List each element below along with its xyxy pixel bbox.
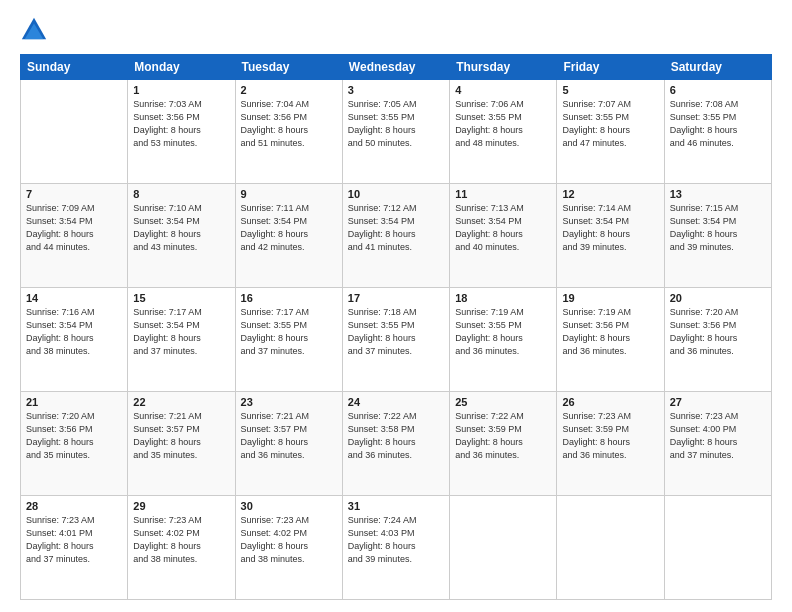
day-number: 16 xyxy=(241,292,337,304)
day-info: Sunrise: 7:23 AM Sunset: 4:01 PM Dayligh… xyxy=(26,514,122,566)
day-number: 29 xyxy=(133,500,229,512)
calendar-cell: 28Sunrise: 7:23 AM Sunset: 4:01 PM Dayli… xyxy=(21,496,128,600)
calendar-week-row: 7Sunrise: 7:09 AM Sunset: 3:54 PM Daylig… xyxy=(21,184,772,288)
day-number: 11 xyxy=(455,188,551,200)
calendar-cell: 5Sunrise: 7:07 AM Sunset: 3:55 PM Daylig… xyxy=(557,80,664,184)
weekday-header-friday: Friday xyxy=(557,55,664,80)
calendar-cell: 9Sunrise: 7:11 AM Sunset: 3:54 PM Daylig… xyxy=(235,184,342,288)
calendar-cell: 10Sunrise: 7:12 AM Sunset: 3:54 PM Dayli… xyxy=(342,184,449,288)
day-number: 30 xyxy=(241,500,337,512)
day-info: Sunrise: 7:21 AM Sunset: 3:57 PM Dayligh… xyxy=(133,410,229,462)
day-info: Sunrise: 7:10 AM Sunset: 3:54 PM Dayligh… xyxy=(133,202,229,254)
calendar-cell: 14Sunrise: 7:16 AM Sunset: 3:54 PM Dayli… xyxy=(21,288,128,392)
calendar-week-row: 28Sunrise: 7:23 AM Sunset: 4:01 PM Dayli… xyxy=(21,496,772,600)
calendar-cell xyxy=(664,496,771,600)
day-number: 23 xyxy=(241,396,337,408)
day-number: 20 xyxy=(670,292,766,304)
calendar-cell: 17Sunrise: 7:18 AM Sunset: 3:55 PM Dayli… xyxy=(342,288,449,392)
day-info: Sunrise: 7:07 AM Sunset: 3:55 PM Dayligh… xyxy=(562,98,658,150)
day-number: 10 xyxy=(348,188,444,200)
calendar-cell: 26Sunrise: 7:23 AM Sunset: 3:59 PM Dayli… xyxy=(557,392,664,496)
day-number: 6 xyxy=(670,84,766,96)
calendar-week-row: 1Sunrise: 7:03 AM Sunset: 3:56 PM Daylig… xyxy=(21,80,772,184)
calendar-cell: 12Sunrise: 7:14 AM Sunset: 3:54 PM Dayli… xyxy=(557,184,664,288)
calendar-cell: 13Sunrise: 7:15 AM Sunset: 3:54 PM Dayli… xyxy=(664,184,771,288)
calendar-cell: 31Sunrise: 7:24 AM Sunset: 4:03 PM Dayli… xyxy=(342,496,449,600)
day-info: Sunrise: 7:05 AM Sunset: 3:55 PM Dayligh… xyxy=(348,98,444,150)
day-number: 2 xyxy=(241,84,337,96)
day-info: Sunrise: 7:23 AM Sunset: 4:00 PM Dayligh… xyxy=(670,410,766,462)
calendar-cell: 27Sunrise: 7:23 AM Sunset: 4:00 PM Dayli… xyxy=(664,392,771,496)
day-number: 27 xyxy=(670,396,766,408)
day-info: Sunrise: 7:22 AM Sunset: 3:59 PM Dayligh… xyxy=(455,410,551,462)
calendar-cell: 3Sunrise: 7:05 AM Sunset: 3:55 PM Daylig… xyxy=(342,80,449,184)
day-number: 31 xyxy=(348,500,444,512)
day-info: Sunrise: 7:18 AM Sunset: 3:55 PM Dayligh… xyxy=(348,306,444,358)
weekday-header-thursday: Thursday xyxy=(450,55,557,80)
day-info: Sunrise: 7:04 AM Sunset: 3:56 PM Dayligh… xyxy=(241,98,337,150)
calendar-cell xyxy=(450,496,557,600)
day-info: Sunrise: 7:19 AM Sunset: 3:55 PM Dayligh… xyxy=(455,306,551,358)
calendar-cell: 1Sunrise: 7:03 AM Sunset: 3:56 PM Daylig… xyxy=(128,80,235,184)
day-number: 12 xyxy=(562,188,658,200)
day-info: Sunrise: 7:23 AM Sunset: 4:02 PM Dayligh… xyxy=(133,514,229,566)
day-info: Sunrise: 7:11 AM Sunset: 3:54 PM Dayligh… xyxy=(241,202,337,254)
calendar-week-row: 14Sunrise: 7:16 AM Sunset: 3:54 PM Dayli… xyxy=(21,288,772,392)
calendar-week-row: 21Sunrise: 7:20 AM Sunset: 3:56 PM Dayli… xyxy=(21,392,772,496)
day-info: Sunrise: 7:15 AM Sunset: 3:54 PM Dayligh… xyxy=(670,202,766,254)
day-number: 3 xyxy=(348,84,444,96)
calendar-cell: 24Sunrise: 7:22 AM Sunset: 3:58 PM Dayli… xyxy=(342,392,449,496)
logo xyxy=(20,16,52,44)
calendar-cell: 11Sunrise: 7:13 AM Sunset: 3:54 PM Dayli… xyxy=(450,184,557,288)
calendar-cell: 2Sunrise: 7:04 AM Sunset: 3:56 PM Daylig… xyxy=(235,80,342,184)
day-number: 5 xyxy=(562,84,658,96)
day-info: Sunrise: 7:21 AM Sunset: 3:57 PM Dayligh… xyxy=(241,410,337,462)
logo-icon xyxy=(20,16,48,44)
day-info: Sunrise: 7:08 AM Sunset: 3:55 PM Dayligh… xyxy=(670,98,766,150)
calendar-cell: 7Sunrise: 7:09 AM Sunset: 3:54 PM Daylig… xyxy=(21,184,128,288)
day-info: Sunrise: 7:20 AM Sunset: 3:56 PM Dayligh… xyxy=(670,306,766,358)
day-info: Sunrise: 7:06 AM Sunset: 3:55 PM Dayligh… xyxy=(455,98,551,150)
day-number: 22 xyxy=(133,396,229,408)
calendar-table: SundayMondayTuesdayWednesdayThursdayFrid… xyxy=(20,54,772,600)
day-number: 4 xyxy=(455,84,551,96)
calendar-cell: 8Sunrise: 7:10 AM Sunset: 3:54 PM Daylig… xyxy=(128,184,235,288)
day-info: Sunrise: 7:22 AM Sunset: 3:58 PM Dayligh… xyxy=(348,410,444,462)
calendar-cell: 19Sunrise: 7:19 AM Sunset: 3:56 PM Dayli… xyxy=(557,288,664,392)
day-info: Sunrise: 7:03 AM Sunset: 3:56 PM Dayligh… xyxy=(133,98,229,150)
calendar-cell: 15Sunrise: 7:17 AM Sunset: 3:54 PM Dayli… xyxy=(128,288,235,392)
day-info: Sunrise: 7:23 AM Sunset: 3:59 PM Dayligh… xyxy=(562,410,658,462)
page: SundayMondayTuesdayWednesdayThursdayFrid… xyxy=(0,0,792,612)
calendar-cell: 23Sunrise: 7:21 AM Sunset: 3:57 PM Dayli… xyxy=(235,392,342,496)
day-info: Sunrise: 7:24 AM Sunset: 4:03 PM Dayligh… xyxy=(348,514,444,566)
header xyxy=(20,16,772,44)
day-number: 19 xyxy=(562,292,658,304)
day-number: 24 xyxy=(348,396,444,408)
day-number: 26 xyxy=(562,396,658,408)
day-number: 28 xyxy=(26,500,122,512)
day-number: 21 xyxy=(26,396,122,408)
calendar-cell: 18Sunrise: 7:19 AM Sunset: 3:55 PM Dayli… xyxy=(450,288,557,392)
calendar-header-row: SundayMondayTuesdayWednesdayThursdayFrid… xyxy=(21,55,772,80)
day-info: Sunrise: 7:17 AM Sunset: 3:55 PM Dayligh… xyxy=(241,306,337,358)
day-number: 25 xyxy=(455,396,551,408)
day-info: Sunrise: 7:14 AM Sunset: 3:54 PM Dayligh… xyxy=(562,202,658,254)
day-info: Sunrise: 7:23 AM Sunset: 4:02 PM Dayligh… xyxy=(241,514,337,566)
weekday-header-wednesday: Wednesday xyxy=(342,55,449,80)
day-number: 18 xyxy=(455,292,551,304)
calendar-cell: 30Sunrise: 7:23 AM Sunset: 4:02 PM Dayli… xyxy=(235,496,342,600)
day-number: 7 xyxy=(26,188,122,200)
calendar-cell xyxy=(21,80,128,184)
day-info: Sunrise: 7:20 AM Sunset: 3:56 PM Dayligh… xyxy=(26,410,122,462)
day-number: 1 xyxy=(133,84,229,96)
day-info: Sunrise: 7:12 AM Sunset: 3:54 PM Dayligh… xyxy=(348,202,444,254)
calendar-cell: 25Sunrise: 7:22 AM Sunset: 3:59 PM Dayli… xyxy=(450,392,557,496)
calendar-cell: 6Sunrise: 7:08 AM Sunset: 3:55 PM Daylig… xyxy=(664,80,771,184)
weekday-header-saturday: Saturday xyxy=(664,55,771,80)
calendar-cell: 16Sunrise: 7:17 AM Sunset: 3:55 PM Dayli… xyxy=(235,288,342,392)
day-number: 15 xyxy=(133,292,229,304)
calendar-cell: 21Sunrise: 7:20 AM Sunset: 3:56 PM Dayli… xyxy=(21,392,128,496)
calendar-cell: 29Sunrise: 7:23 AM Sunset: 4:02 PM Dayli… xyxy=(128,496,235,600)
calendar-cell: 4Sunrise: 7:06 AM Sunset: 3:55 PM Daylig… xyxy=(450,80,557,184)
day-number: 14 xyxy=(26,292,122,304)
